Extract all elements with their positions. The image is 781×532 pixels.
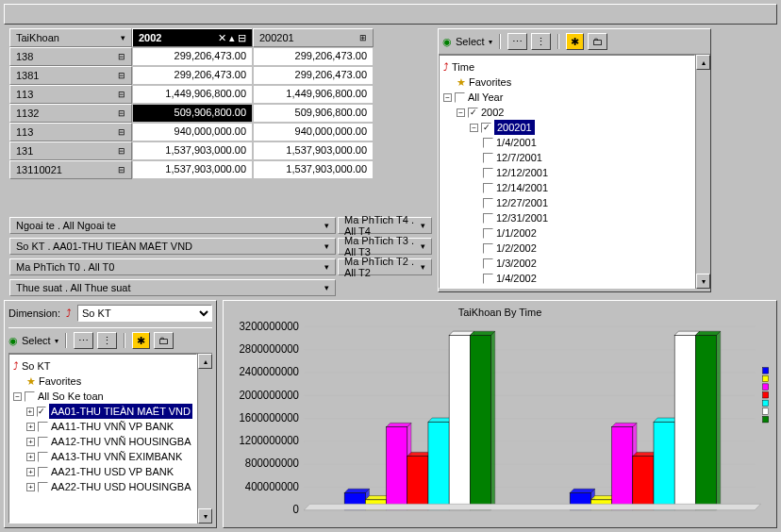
scroll-down-icon[interactable]: ▾ [696,274,710,289]
svg-rect-64 [763,392,769,398]
dimension-tree[interactable]: ⤴ So KT★ Favorites− All So Ke toan+ ✓ AA… [8,354,197,524]
scroll-up-icon[interactable]: ▴ [198,354,212,369]
svg-marker-57 [717,331,721,510]
svg-marker-40 [570,489,594,492]
svg-rect-65 [763,400,769,406]
svg-rect-53 [654,422,674,509]
svg-marker-34 [449,331,474,335]
filter-drop[interactable]: Ma PhTich T3 . All T3▾ [338,238,432,255]
tree-item[interactable]: 1/3/2002 [443,256,690,271]
cell[interactable]: 1,449,906,800.00 [132,85,253,104]
svg-rect-61 [763,368,769,374]
tree-item[interactable]: − ✓ 200201 [443,120,690,135]
svg-rect-32 [428,422,449,509]
row-header[interactable]: 13110021⊟ [9,160,132,179]
tree-item[interactable]: 12/12/2001 [443,165,690,180]
tree-item[interactable]: − All Year [443,90,690,105]
svg-text:1200000000: 1200000000 [239,434,299,446]
tree-item[interactable]: + AA22-THU USD HOUSINGBA [13,479,192,494]
filter-drop[interactable]: Ma PhTich T4 . All T4▾ [338,217,432,234]
folder-new-icon[interactable]: ✱ [132,332,150,349]
svg-rect-67 [763,416,769,422]
filter-drop[interactable]: Ma PhTich T2 . All T2▾ [338,258,432,275]
tool-btn-2[interactable]: ⋮ [531,33,551,50]
folder-new-icon[interactable]: ✱ [566,33,584,50]
scroll-up-icon[interactable]: ▴ [696,55,710,70]
svg-text:800000000: 800000000 [245,457,300,469]
svg-text:2000000000: 2000000000 [239,388,299,400]
cell[interactable]: 299,206,473.00 [132,47,253,66]
expand-icon[interactable]: ⊞ [359,33,367,42]
select-label[interactable]: Select [456,36,485,47]
scrollbar[interactable]: ▴ ▾ [695,55,710,289]
tree-item[interactable]: 1/4/2002 [443,271,690,286]
close-icon[interactable]: ✕ [218,32,226,44]
tree-item[interactable]: 1/2/2002 [443,241,690,256]
filter-drop[interactable]: So KT . AA01-THU TIEÀN MAËT VND▾ [9,238,336,255]
cell[interactable]: 1,537,903,000.00 [253,141,374,160]
cell[interactable]: 509,906,800.00 [132,104,253,123]
tree-item[interactable]: 12/14/2001 [443,180,690,195]
svg-text:3200000000: 3200000000 [239,322,299,332]
tree-item[interactable]: ★ Favorites [13,374,192,389]
svg-rect-35 [449,336,470,510]
cell[interactable]: 299,206,473.00 [253,66,374,85]
table-row: 138⊟299,206,473.00299,206,473.00 [9,47,375,66]
cell[interactable]: 299,206,473.00 [253,47,374,66]
cell[interactable]: 1,449,906,800.00 [253,85,374,104]
time-tree-panel: ◉ Select ▾ ⋯ ⋮ ✱ 🗀 ⤴ Time★ Favorites− Al… [438,28,711,292]
svg-marker-25 [387,423,411,426]
tree-item[interactable]: ⤴ Time [443,59,690,75]
filter-drop[interactable]: Ngoai te . All Ngoai te▾ [9,217,336,234]
tree-item[interactable]: ★ Favorites [443,75,690,90]
tree-item[interactable]: + AA11-THU VNÑ VP BANK [13,419,192,434]
tree-item[interactable]: 12/7/2001 [443,150,690,165]
col-2002[interactable]: 2002 ✕ ▴ ⊟ [132,28,253,47]
folder-icon[interactable]: 🗀 [588,33,607,50]
up-icon[interactable]: ▴ [229,32,235,44]
time-tree[interactable]: ⤴ Time★ Favorites− All Year− ✓ 2002− ✓ 2… [439,55,695,289]
tree-item[interactable]: 12/31/2001 [443,210,690,225]
tree-item[interactable]: + ✓ AA01-THU TIEÀN MAËT VND [13,404,192,419]
cell[interactable]: 1,537,903,000.00 [132,160,253,179]
table-row: 131⊟1,537,903,000.001,537,903,000.00 [9,141,375,160]
filter-drop[interactable]: Thue suat . All Thue suat▾ [9,279,336,296]
row-header[interactable]: 113⊟ [9,123,132,141]
tree-item[interactable]: 1/4/2001 [443,135,690,150]
tree-item[interactable]: − All So Ke toan [13,389,192,404]
row-header[interactable]: 1132⊟ [9,104,132,123]
row-header[interactable]: 131⊟ [9,141,132,160]
svg-rect-47 [612,427,633,510]
tool-btn-2[interactable]: ⋮ [97,332,117,349]
tree-item[interactable]: + AA13-THU VNÑ EXIMBANK [13,449,192,464]
cell[interactable]: 1,537,903,000.00 [132,141,253,160]
tree-item[interactable]: + AA21-THU USD VP BANK [13,464,192,479]
tool-btn-1[interactable]: ⋯ [507,33,527,50]
row-header[interactable]: 138⊟ [9,47,132,66]
svg-rect-38 [470,336,490,510]
cell[interactable]: 940,000,000.00 [132,123,253,141]
row-header[interactable]: 1381⊟ [9,66,132,85]
grid-corner[interactable]: TaiKhoan▾ [9,28,132,47]
cell[interactable]: 509,906,800.00 [253,104,374,123]
tree-item[interactable]: + AA12-THU VNÑ HOUSINGBA [13,434,192,449]
col-200201[interactable]: 200201⊞ [253,28,374,47]
folder-icon[interactable]: 🗀 [154,332,174,349]
select-label[interactable]: Select [22,335,51,346]
cell[interactable]: 299,206,473.00 [132,66,253,85]
filter-drop[interactable]: Ma PhTich T0 . All T0▾ [9,258,336,275]
cell[interactable]: 940,000,000.00 [253,123,374,141]
tree-item[interactable]: − ✓ 2002 [443,105,690,120]
tree-item[interactable]: ⤴ So KT [13,358,192,374]
scroll-down-icon[interactable]: ▾ [198,508,212,524]
cell[interactable]: 1,537,903,000.00 [253,160,374,179]
tool-btn-1[interactable]: ⋯ [74,332,93,349]
tree-item[interactable]: 12/27/2001 [443,195,690,210]
table-row: 113⊟1,449,906,800.001,449,906,800.00 [9,85,375,104]
row-header[interactable]: 113⊟ [9,85,132,104]
tree-item[interactable]: 1/1/2002 [443,225,690,241]
scrollbar[interactable]: ▴ ▾ [197,354,212,524]
dimension-combo[interactable]: So KT [77,305,212,322]
collapse-icon[interactable]: ⊟ [238,32,246,44]
svg-marker-36 [491,331,495,510]
